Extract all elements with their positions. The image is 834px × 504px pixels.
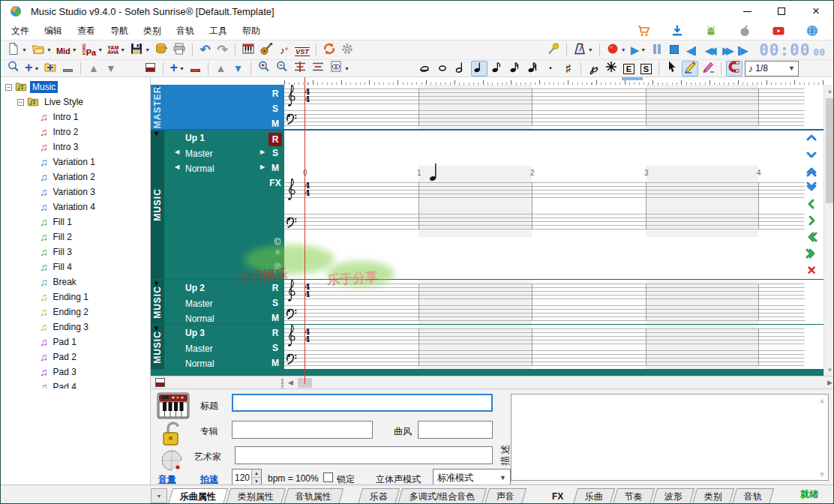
close-button[interactable]: × bbox=[799, 1, 833, 22]
youtube-icon[interactable] bbox=[770, 23, 787, 38]
tab-乐曲[interactable]: 乐曲 bbox=[573, 488, 615, 504]
refresh-button[interactable] bbox=[321, 42, 338, 58]
chevron-down-icon[interactable]: ▼ bbox=[22, 47, 27, 52]
tab-FX[interactable]: FX bbox=[541, 488, 575, 504]
chevron-down-icon[interactable]: ▼ bbox=[640, 47, 646, 52]
tree-item-fill-1[interactable]: ♫Fill 1 bbox=[1, 214, 150, 230]
microphone-button[interactable] bbox=[545, 42, 562, 58]
metronome-button[interactable]: ▼ bbox=[572, 42, 595, 58]
scroll-down-button[interactable]: ▼ bbox=[824, 364, 834, 375]
volume-knob[interactable] bbox=[160, 449, 185, 473]
tab-list-dropdown[interactable]: ▼ bbox=[151, 488, 167, 503]
redo-button[interactable]: ↷ bbox=[214, 42, 230, 58]
transpose-button[interactable]: ♪± bbox=[276, 42, 292, 58]
sharp-button[interactable]: ♯ bbox=[560, 61, 576, 76]
note-whole-button[interactable] bbox=[435, 61, 452, 76]
chevron-down-icon[interactable]: ▼ bbox=[120, 47, 125, 52]
tree-item-pad-1[interactable]: ♫Pad 1 bbox=[1, 334, 150, 350]
track-m-button[interactable]: M bbox=[268, 163, 282, 173]
record-button[interactable]: ▼ bbox=[604, 42, 628, 58]
tab-波形[interactable]: 波形 bbox=[652, 488, 694, 504]
music-strip[interactable]: ▼MUSIC bbox=[151, 130, 164, 280]
view-options-button[interactable]: ▼ bbox=[328, 61, 351, 76]
track-mode[interactable]: Normal bbox=[185, 314, 214, 324]
chevron-icon[interactable]: ◀ bbox=[175, 164, 179, 170]
expand-rows-button[interactable] bbox=[292, 61, 308, 76]
globe-icon[interactable] bbox=[804, 23, 820, 38]
horizontal-scrollbar[interactable]: ◀ ▶ bbox=[151, 376, 834, 388]
chevron-icon[interactable]: ▶ bbox=[260, 164, 265, 170]
korg-pa-button[interactable]: KORGPa▼ bbox=[80, 42, 104, 58]
pencil-button[interactable] bbox=[682, 61, 698, 76]
scroll-up-button[interactable]: ▲ bbox=[824, 86, 834, 96]
genre-input[interactable] bbox=[418, 421, 493, 439]
tab-音轨属性[interactable]: 音轨属性 bbox=[284, 488, 344, 504]
track-source[interactable]: Master bbox=[185, 148, 213, 159]
quarter-note[interactable] bbox=[429, 159, 440, 184]
chevron-down-icon[interactable]: ▼ bbox=[344, 66, 350, 71]
loop-marker[interactable] bbox=[622, 77, 643, 80]
tree-item-intro-2[interactable]: ♫Intro 2 bbox=[1, 124, 150, 140]
staff-lines[interactable] bbox=[284, 182, 805, 199]
timeline-ruler[interactable] bbox=[284, 77, 824, 85]
export-audio-button[interactable] bbox=[153, 42, 170, 58]
double-chevron-down-blue-icon[interactable] bbox=[802, 181, 820, 194]
android-icon[interactable] bbox=[703, 23, 719, 38]
tab-多调式/组合音色[interactable]: 多调式/组合音色 bbox=[398, 488, 488, 504]
track-s-button[interactable]: S bbox=[268, 298, 282, 308]
play-button[interactable]: ▶▼ bbox=[629, 42, 647, 58]
scroll-right-button[interactable]: ▶ bbox=[827, 379, 832, 386]
music-strip[interactable]: ▼MUSIC bbox=[151, 325, 164, 370]
boxed-s-button[interactable]: S bbox=[638, 61, 654, 76]
master-strip[interactable]: ▼MASTER bbox=[151, 85, 164, 130]
menu-音轨[interactable]: 音轨 bbox=[169, 22, 202, 40]
track-r-button[interactable]: R bbox=[268, 328, 282, 338]
tree-item-ending-1[interactable]: ♫Ending 1 bbox=[1, 290, 150, 304]
staff-lines[interactable] bbox=[284, 88, 805, 105]
pedal-button[interactable]: ℘ bbox=[586, 61, 602, 76]
guitar-button[interactable] bbox=[258, 42, 274, 58]
tree-item-variation-3[interactable]: ♫Variation 3 bbox=[1, 184, 150, 200]
tree-item-pad-2[interactable]: ♫Pad 2 bbox=[1, 350, 150, 364]
tempo-up-button[interactable]: ▲ bbox=[252, 470, 261, 478]
chevron-up-blue-icon[interactable] bbox=[802, 131, 820, 144]
chevron-icon[interactable]: ▶ bbox=[260, 148, 265, 155]
chevron-down-icon[interactable]: ▼ bbox=[72, 47, 77, 52]
tab-声音[interactable]: 声音 bbox=[484, 488, 526, 504]
tree-item-intro-1[interactable]: ♫Intro 1 bbox=[1, 110, 150, 124]
track-m-button[interactable]: M bbox=[268, 358, 282, 368]
chevron-icon[interactable]: ◀ bbox=[175, 148, 179, 155]
tree-item-ending-3[interactable]: ♫Ending 3 bbox=[1, 320, 150, 334]
chevron-down-blue-icon[interactable] bbox=[802, 148, 820, 160]
note-half-button[interactable] bbox=[453, 61, 470, 76]
notation-area[interactable]: 4401234 bbox=[284, 130, 805, 280]
rewind-button[interactable]: ◀◀ bbox=[700, 42, 716, 58]
double-chevron-left-green-icon[interactable] bbox=[802, 230, 820, 243]
move-up-gray-button[interactable]: ▲ bbox=[213, 61, 229, 76]
note-sixteenth-button[interactable] bbox=[507, 61, 524, 76]
cursor-button[interactable] bbox=[664, 61, 680, 76]
grip-handle[interactable] bbox=[281, 375, 284, 390]
staff-lines[interactable] bbox=[284, 284, 805, 300]
track-s-button[interactable]: S bbox=[268, 148, 282, 158]
note-thirtysecond-button[interactable] bbox=[525, 61, 542, 76]
tree-item-pad-3[interactable]: ♫Pad 3 bbox=[1, 364, 150, 380]
track-m-button[interactable]: M bbox=[268, 313, 282, 323]
tree-item-variation-1[interactable]: ♫Variation 1 bbox=[1, 154, 150, 170]
chevron-down-icon[interactable]: ▼ bbox=[145, 47, 150, 52]
tree-item-break[interactable]: ♫Break bbox=[1, 274, 150, 290]
tree-item-fill-4[interactable]: ♫Fill 4 bbox=[1, 260, 150, 274]
tree-item-fill-3[interactable]: ♫Fill 3 bbox=[1, 244, 150, 260]
staff-lines[interactable] bbox=[284, 214, 805, 230]
asterisk-button[interactable] bbox=[603, 61, 620, 76]
vst-button[interactable]: VST bbox=[293, 42, 311, 58]
snap-select[interactable]: ♪ 1/8 ▼ bbox=[745, 61, 799, 76]
chevron-down-icon[interactable]: ▼ bbox=[588, 47, 593, 52]
tree-item-pad-4[interactable]: ♫Pad 4 bbox=[1, 380, 150, 388]
menu-编辑[interactable]: 编辑 bbox=[37, 22, 70, 40]
chevron-down-icon[interactable]: ▼ bbox=[46, 47, 52, 52]
scroll-up-icon[interactable]: ▲ bbox=[818, 396, 826, 404]
track-header[interactable]: RSM bbox=[164, 85, 284, 130]
pause-button[interactable] bbox=[649, 42, 664, 58]
chevron-right-green-icon[interactable] bbox=[802, 214, 820, 226]
